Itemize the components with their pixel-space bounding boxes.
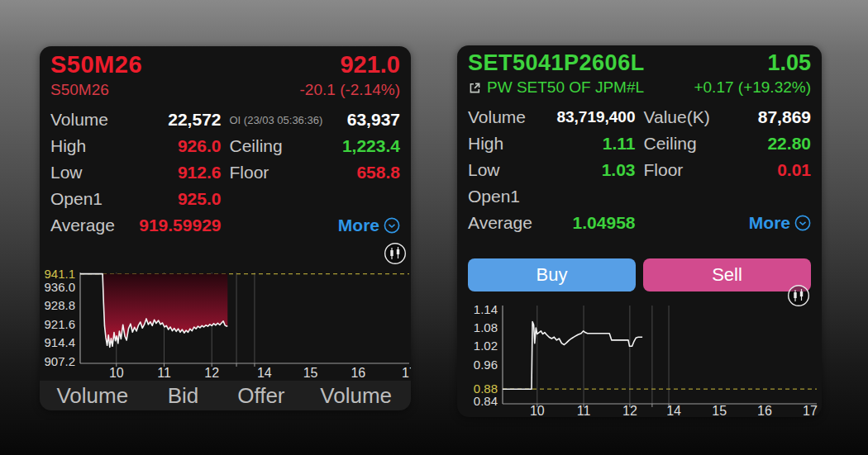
field-label: OI (23/03 05:36:36) bbox=[230, 114, 323, 126]
price-change: -20.1 (-2.14%) bbox=[300, 81, 400, 99]
svg-text:17: 17 bbox=[803, 404, 818, 417]
svg-text:14: 14 bbox=[666, 404, 681, 417]
price-change: +0.17 (+19.32%) bbox=[694, 78, 811, 97]
symbol-fullname: S50M26 bbox=[50, 81, 109, 99]
depth-column-header: Bid bbox=[145, 383, 222, 409]
quote-row: Open1 bbox=[468, 183, 811, 210]
svg-text:0.96: 0.96 bbox=[474, 358, 498, 372]
sell-button[interactable]: Sell bbox=[643, 258, 811, 291]
symbol-name: S50M26 bbox=[50, 51, 142, 78]
symbol-fullname: PW SET50 OF JPM#L bbox=[487, 78, 644, 97]
depth-column-header: Volume bbox=[40, 383, 145, 409]
quote-subheader: S50M26 -20.1 (-2.14%) bbox=[50, 81, 400, 99]
quote-panel-s50m26: S50M26 921.0 S50M26 -20.1 (-2.14%) Volum… bbox=[40, 46, 411, 410]
field-label: High bbox=[468, 134, 503, 154]
svg-text:1.14: 1.14 bbox=[474, 302, 498, 316]
quote-row: High1.11Ceiling22.80 bbox=[468, 130, 811, 157]
field-value: 22.80 bbox=[767, 134, 811, 154]
field-value: 1.11 bbox=[603, 134, 636, 154]
field-label: Average bbox=[50, 216, 115, 235]
more-label: More bbox=[749, 213, 790, 233]
field-label: Volume bbox=[50, 110, 108, 130]
quote-row: Open1925.0 bbox=[50, 186, 400, 212]
field-value: 87,869 bbox=[758, 107, 811, 127]
field-value: 925.0 bbox=[178, 189, 222, 209]
last-price: 921.0 bbox=[340, 51, 400, 78]
svg-text:15: 15 bbox=[712, 404, 727, 417]
svg-text:936.0: 936.0 bbox=[44, 280, 75, 294]
candlestick-chart-icon[interactable] bbox=[384, 242, 407, 265]
field-value: 658.8 bbox=[356, 163, 400, 182]
field-label: Floor bbox=[644, 160, 684, 180]
depth-table-header: VolumeBidOfferVolume bbox=[40, 381, 411, 410]
svg-text:16: 16 bbox=[351, 366, 365, 380]
quote-row: Low912.6Floor658.8 bbox=[50, 159, 400, 186]
field-label: Ceiling bbox=[644, 134, 697, 154]
field-value: 0.01 bbox=[777, 160, 811, 180]
quote-row: Average919.59929More bbox=[50, 212, 400, 239]
svg-text:12: 12 bbox=[622, 404, 637, 417]
field-label: Low bbox=[50, 163, 83, 182]
field-value: 1,223.4 bbox=[342, 136, 400, 156]
field-label: Open1 bbox=[50, 189, 103, 209]
field-label: Low bbox=[468, 160, 500, 180]
quote-row: Volume83,719,400Value(K)87,869 bbox=[468, 104, 811, 130]
svg-text:941.1: 941.1 bbox=[44, 268, 75, 281]
quote-row: Volume22,572OI (23/03 05:36:36)63,937 bbox=[50, 107, 400, 133]
more-link[interactable]: More bbox=[749, 213, 811, 233]
quote-detail-rows: Volume83,719,400Value(K)87,869High1.11Ce… bbox=[468, 104, 811, 236]
svg-text:928.8: 928.8 bbox=[44, 298, 75, 312]
chevron-down-circle-icon bbox=[384, 217, 400, 234]
svg-text:15: 15 bbox=[303, 366, 318, 380]
field-value: 83,719,400 bbox=[556, 108, 635, 126]
field-label: Value(K) bbox=[644, 107, 710, 127]
quote-subheader: PW SET50 OF JPM#L +0.17 (+19.32%) bbox=[468, 78, 811, 97]
field-label: Ceiling bbox=[230, 136, 283, 156]
candlestick-chart-icon[interactable] bbox=[787, 284, 810, 307]
quote-detail-rows: Volume22,572OI (23/03 05:36:36)63,937Hig… bbox=[50, 107, 400, 239]
field-value: 63,937 bbox=[347, 110, 400, 130]
svg-text:17: 17 bbox=[402, 366, 411, 380]
svg-text:11: 11 bbox=[577, 404, 591, 417]
field-label: Average bbox=[468, 213, 532, 233]
field-label: Volume bbox=[468, 107, 526, 127]
intraday-chart-set5041p2606l: 1.141.081.020.960.880.8410111214151617 bbox=[457, 293, 822, 417]
more-link[interactable]: More bbox=[338, 216, 400, 235]
field-label: Floor bbox=[230, 163, 269, 182]
svg-text:0.84: 0.84 bbox=[474, 394, 498, 408]
external-link-icon[interactable] bbox=[468, 81, 482, 95]
field-label: High bbox=[50, 136, 86, 156]
svg-text:907.2: 907.2 bbox=[44, 354, 75, 368]
field-value: 912.6 bbox=[178, 163, 222, 182]
quote-row: Low1.03Floor0.01 bbox=[468, 157, 811, 183]
intraday-chart-s50m26: 941.1936.0928.8921.6914.4907.21011121415… bbox=[40, 268, 411, 385]
field-value: 919.59929 bbox=[139, 216, 221, 235]
svg-text:10: 10 bbox=[530, 404, 545, 417]
chevron-down-circle-icon bbox=[794, 215, 811, 231]
svg-text:10: 10 bbox=[109, 366, 124, 380]
field-value: 22,572 bbox=[168, 110, 221, 130]
svg-text:12: 12 bbox=[204, 366, 219, 380]
field-label: Open1 bbox=[468, 187, 520, 206]
quote-header: SET5041P2606L 1.05 bbox=[468, 50, 811, 76]
symbol-name: SET5041P2606L bbox=[468, 50, 645, 76]
svg-text:914.4: 914.4 bbox=[44, 335, 75, 349]
quote-panel-set5041p2606l: SET5041P2606L 1.05 PW SET50 OF JPM#L +0.… bbox=[457, 45, 822, 417]
svg-text:1.02: 1.02 bbox=[474, 339, 498, 353]
quote-header: S50M26 921.0 bbox=[50, 51, 400, 78]
field-value: 1.04958 bbox=[573, 213, 636, 233]
depth-column-header: Offer bbox=[221, 383, 301, 409]
svg-text:16: 16 bbox=[757, 404, 772, 417]
svg-text:14: 14 bbox=[257, 366, 272, 380]
depth-column-header: Volume bbox=[301, 383, 411, 409]
more-label: More bbox=[338, 216, 379, 235]
field-value: 1.03 bbox=[602, 160, 636, 180]
last-price: 1.05 bbox=[767, 50, 811, 76]
svg-text:11: 11 bbox=[157, 366, 171, 380]
svg-text:1.08: 1.08 bbox=[474, 320, 498, 334]
svg-text:921.6: 921.6 bbox=[44, 317, 75, 331]
quote-row: High926.0Ceiling1,223.4 bbox=[50, 133, 400, 159]
buy-button[interactable]: Buy bbox=[468, 258, 636, 291]
field-value: 926.0 bbox=[178, 136, 222, 156]
quote-row: Average1.04958More bbox=[468, 210, 811, 236]
